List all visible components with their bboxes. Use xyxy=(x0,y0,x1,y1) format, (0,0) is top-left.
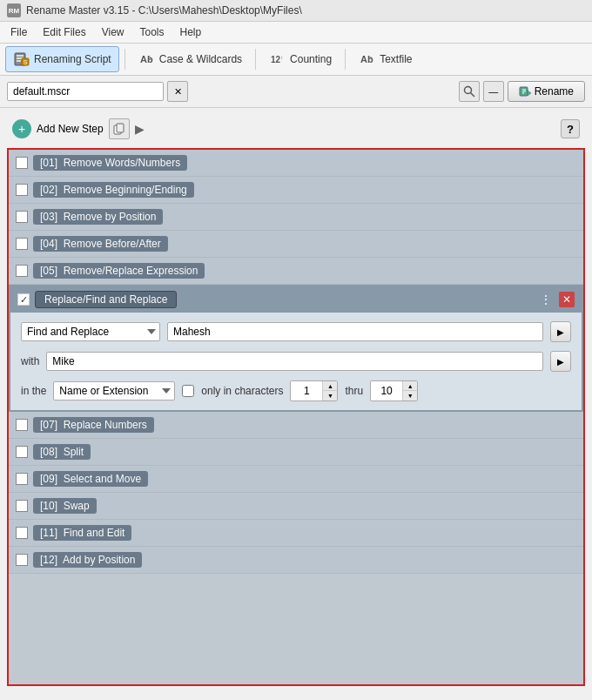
step-09-checkbox[interactable] xyxy=(16,473,28,485)
step-menu-btn[interactable]: ⋮ xyxy=(536,293,555,306)
active-step-title: Replace/Find and Replace xyxy=(17,291,177,308)
menu-file[interactable]: File xyxy=(3,24,34,41)
step-01-checkbox[interactable] xyxy=(16,157,28,169)
with-input[interactable] xyxy=(46,352,543,371)
step-item: [09] Select and Move xyxy=(9,466,583,493)
find-play-btn[interactable]: ▶ xyxy=(550,321,571,342)
step-item: [04] Remove Before/After xyxy=(9,231,583,258)
toolbar-renaming-script-label: Renaming Script xyxy=(34,53,111,65)
with-play-btn[interactable]: ▶ xyxy=(550,351,571,372)
step-02-label[interactable]: [02] Remove Beginning/Ending xyxy=(33,182,194,198)
step-12-checkbox[interactable] xyxy=(16,554,28,566)
step-11-checkbox[interactable] xyxy=(16,527,28,539)
step-08-label[interactable]: [08] Split xyxy=(33,444,91,460)
svg-rect-3 xyxy=(17,60,21,62)
toolbar-counting[interactable]: 12 ↑ Counting xyxy=(261,46,340,72)
char-to-up[interactable]: ▲ xyxy=(403,381,417,391)
rename-label: Rename xyxy=(535,85,574,98)
step-03-label[interactable]: [03] Remove by Position xyxy=(33,209,163,225)
char-from-up[interactable]: ▲ xyxy=(323,381,337,391)
step-item: [02] Remove Beginning/Ending xyxy=(9,177,583,204)
panel-content: Find and Replace Replace Add Prefix Add … xyxy=(10,313,582,410)
char-to-down[interactable]: ▼ xyxy=(403,391,417,400)
minus-btn[interactable]: — xyxy=(483,81,504,102)
toolbar-case-wildcards[interactable]: Ab 1 Case & Wildcards xyxy=(131,46,250,72)
menu-tools[interactable]: Tools xyxy=(133,24,172,41)
add-new-step-label: Add New Step xyxy=(37,123,104,135)
script-input-group: ✕ xyxy=(7,81,188,102)
toolbar-sep-3 xyxy=(345,49,346,70)
svg-point-12 xyxy=(464,87,471,94)
toolbar-case-wildcards-label: Case & Wildcards xyxy=(159,53,242,65)
menu-bar: File Edit Files View Tools Help xyxy=(0,22,592,44)
char-to-input-group: ▲ ▼ xyxy=(370,380,418,401)
svg-marker-18 xyxy=(528,91,531,96)
menu-view[interactable]: View xyxy=(95,24,131,41)
step-02-checkbox[interactable] xyxy=(16,184,28,196)
step-10-checkbox[interactable] xyxy=(16,500,28,512)
char-from-spinners: ▲ ▼ xyxy=(322,381,337,400)
step-09-label[interactable]: [09] Select and Move xyxy=(33,471,148,487)
textfile-icon: Ab ≡ xyxy=(359,50,376,68)
menu-help[interactable]: Help xyxy=(173,24,209,41)
step-item: [12] Add by Position xyxy=(9,547,583,574)
step-03-checkbox[interactable] xyxy=(16,211,28,223)
step-05-label[interactable]: [05] Remove/Replace Expression xyxy=(33,263,205,279)
add-new-step-btn[interactable]: + xyxy=(12,119,31,138)
step-item: [05] Remove/Replace Expression xyxy=(9,258,583,285)
toolbar-counting-label: Counting xyxy=(290,53,332,65)
step-12-label[interactable]: [12] Add by Position xyxy=(33,552,142,568)
char-from-down[interactable]: ▼ xyxy=(323,391,337,400)
step-item: [07] Replace Numbers xyxy=(9,412,583,439)
step-05-checkbox[interactable] xyxy=(16,265,28,277)
panel-row-with: with ▶ xyxy=(21,351,571,372)
char-from-input[interactable] xyxy=(291,383,322,399)
step-01-label[interactable]: [01] Remove Words/Numbers xyxy=(33,155,187,171)
find-input[interactable] xyxy=(167,322,543,341)
app-title: Rename Master v3.15 - C:\Users\Mahesh\De… xyxy=(26,4,302,17)
renaming-script-icon: S xyxy=(13,50,30,68)
toolbar-renaming-script[interactable]: S Renaming Script xyxy=(5,46,119,72)
toolbar-sep-1 xyxy=(124,49,125,70)
rename-button[interactable]: Rename xyxy=(508,81,585,102)
script-filename-input[interactable] xyxy=(7,82,164,101)
menu-edit-files[interactable]: Edit Files xyxy=(36,24,92,41)
svg-text:12: 12 xyxy=(271,55,281,64)
step-header: + Add New Step ▶ ? xyxy=(7,115,585,143)
with-label: with xyxy=(21,355,39,367)
step-10-label[interactable]: [10] Swap xyxy=(33,498,97,514)
only-in-chars-checkbox[interactable] xyxy=(182,385,194,397)
step-item: [10] Swap xyxy=(9,493,583,520)
main-content: + Add New Step ▶ ? [01] Remove Words/Num… xyxy=(0,108,592,695)
svg-rect-20 xyxy=(117,124,124,132)
step-06-checkbox[interactable] xyxy=(17,293,30,306)
step-11-label[interactable]: [11] Find and Edit xyxy=(33,525,131,541)
char-to-input[interactable] xyxy=(371,383,402,399)
step-item: [03] Remove by Position xyxy=(9,204,583,231)
script-bar: ✕ — Rename xyxy=(0,76,592,108)
toolbar-sep-2 xyxy=(255,49,256,70)
step-07-label[interactable]: [07] Replace Numbers xyxy=(33,417,154,433)
panel-row-in-the: in the Name or Extension Name only Exten… xyxy=(21,380,571,401)
step-item: [11] Find and Edit xyxy=(9,520,583,547)
copy-step-btn[interactable] xyxy=(109,118,130,139)
step-04-label[interactable]: [04] Remove Before/After xyxy=(33,236,168,252)
in-the-select[interactable]: Name or Extension Name only Extension on… xyxy=(53,381,175,400)
search-icon-btn[interactable] xyxy=(459,81,480,102)
arrow-btn[interactable]: ▶ xyxy=(135,122,145,136)
script-clear-btn[interactable]: ✕ xyxy=(167,81,188,102)
steps-container: [01] Remove Words/Numbers [02] Remove Be… xyxy=(7,148,585,686)
step-06-label[interactable]: Replace/Find and Replace xyxy=(35,291,177,308)
help-btn[interactable]: ? xyxy=(561,119,580,138)
svg-rect-1 xyxy=(17,55,24,57)
svg-line-13 xyxy=(470,93,474,98)
step-close-btn[interactable]: ✕ xyxy=(559,292,575,307)
step-07-checkbox[interactable] xyxy=(16,419,28,431)
step-04-checkbox[interactable] xyxy=(16,238,28,250)
step-item: [01] Remove Words/Numbers xyxy=(9,150,583,177)
mode-select[interactable]: Find and Replace Replace Add Prefix Add … xyxy=(21,322,160,341)
toolbar-textfile[interactable]: Ab ≡ Textfile xyxy=(351,46,420,72)
toolbar-textfile-label: Textfile xyxy=(380,53,412,65)
step-08-checkbox[interactable] xyxy=(16,446,28,458)
char-to-spinners: ▲ ▼ xyxy=(402,381,417,400)
